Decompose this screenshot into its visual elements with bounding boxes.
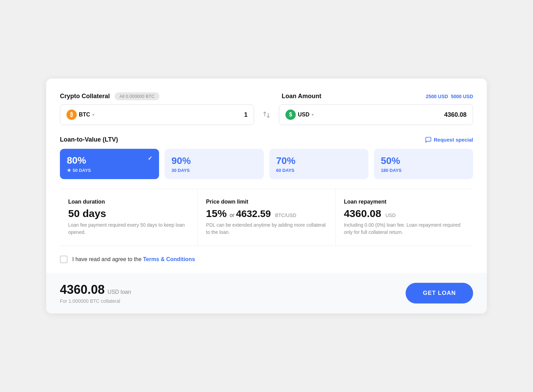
ltv-options: 80% ✓ ★ 50 DAYS 90% 30 DAYS 70% 60 D <box>60 149 473 179</box>
loan-summary: 4360.08 USD loan For 1.000000 BTC collat… <box>60 282 131 304</box>
terms-link[interactable]: Terms & Conditions <box>143 256 195 262</box>
ltv-section: Loan-to-Value (LTV) Request special 80% … <box>60 136 473 179</box>
request-special-link[interactable]: Request special <box>425 136 473 143</box>
repayment-value: 4360.08 USD <box>344 208 465 219</box>
ltv-title: Loan-to-Value (LTV) <box>60 136 118 143</box>
duration-title: Loan duration <box>68 199 189 205</box>
bottom-bar: 4360.08 USD loan For 1.000000 BTC collat… <box>46 273 487 313</box>
loan-value[interactable]: 4360.08 <box>444 111 467 118</box>
collateral-label: Crypto Collateral <box>60 93 110 100</box>
pdl-title: Price down limit <box>206 199 327 205</box>
all-badge: All 0.000000 BTC <box>115 92 159 100</box>
info-card-pdl: Price down limit 15% or 4632.59 BTC/USD … <box>198 189 335 246</box>
repayment-desc: Including 0.00 (0%) loan fee. Loan repay… <box>344 221 465 236</box>
quick-btn-2500[interactable]: 2500 USD <box>426 94 448 99</box>
btc-chevron-icon: ▾ <box>92 112 94 117</box>
ltv-option-70[interactable]: 70% 60 DAYS <box>269 149 368 179</box>
usd-icon: $ <box>285 110 296 120</box>
pdl-value: 15% or 4632.59 BTC/USD <box>206 208 327 219</box>
duration-desc: Loan fee payment required every 50 days … <box>68 221 189 236</box>
swap-icon[interactable] <box>260 104 273 125</box>
ltv-days-50: 180 DAYS <box>381 168 466 173</box>
ltv-days-70: 60 DAYS <box>276 168 362 173</box>
ltv-option-90[interactable]: 90% 30 DAYS <box>165 149 264 179</box>
star-icon: ★ <box>67 167 71 173</box>
btc-currency-name: BTC <box>79 112 90 118</box>
terms-text: I have read and agree to the Terms & Con… <box>72 256 195 262</box>
terms-row: I have read and agree to the Terms & Con… <box>60 256 473 263</box>
ltv-option-80[interactable]: 80% ✓ ★ 50 DAYS <box>60 149 159 179</box>
inputs-row: ₿ BTC ▾ 1 $ USD <box>60 104 473 125</box>
usd-currency-name: USD <box>298 112 310 118</box>
collateral-value[interactable]: 1 <box>244 111 248 118</box>
btc-currency-selector[interactable]: ₿ BTC ▾ <box>66 110 94 120</box>
pdl-desc: PDL can be extended anytime by adding mo… <box>206 221 327 236</box>
ltv-days-90: 30 DAYS <box>171 168 257 173</box>
usd-chevron-icon: ▾ <box>312 112 314 117</box>
get-loan-button[interactable]: GET LOAN <box>406 283 473 303</box>
loan-amount-number: 4360.08 <box>60 282 105 297</box>
loan-collateral-desc: For 1.000000 BTC collateral <box>60 298 131 304</box>
ltv-days-80: ★ 50 DAYS <box>67 167 152 173</box>
info-cards: Loan duration 50 days Loan fee payment r… <box>60 189 473 246</box>
quick-btns: 2500 USD 5000 USD <box>426 94 473 99</box>
duration-value: 50 days <box>68 208 189 219</box>
info-card-duration: Loan duration 50 days Loan fee payment r… <box>60 189 198 246</box>
ltv-check-icon: ✓ <box>148 155 152 162</box>
terms-checkbox[interactable] <box>60 256 67 263</box>
info-card-repayment: Loan repayment 4360.08 USD Including 0.0… <box>336 189 473 246</box>
ltv-header: Loan-to-Value (LTV) Request special <box>60 136 473 143</box>
loan-amount-display: 4360.08 USD loan <box>60 282 131 297</box>
chat-icon <box>425 136 432 143</box>
ltv-percent-50: 50% <box>381 155 466 166</box>
loan-label: Loan Amount <box>282 93 321 100</box>
usd-currency-selector[interactable]: $ USD ▾ <box>285 110 314 120</box>
quick-btn-5000[interactable]: 5000 USD <box>451 94 473 99</box>
btc-input-field[interactable]: ₿ BTC ▾ 1 <box>60 104 254 125</box>
ltv-percent-70: 70% <box>276 155 362 166</box>
btc-icon: ₿ <box>66 110 77 120</box>
collateral-input-box: ₿ BTC ▾ 1 <box>60 104 254 125</box>
loan-card: Crypto Collateral All 0.000000 BTC Loan … <box>46 79 487 313</box>
ltv-percent-80: 80% <box>67 155 86 166</box>
repayment-title: Loan repayment <box>344 199 465 205</box>
ltv-percent-90: 90% <box>171 155 257 166</box>
ltv-option-50[interactable]: 50% 180 DAYS <box>374 149 473 179</box>
loan-input-box: $ USD ▾ 4360.08 <box>279 104 473 125</box>
usd-input-field[interactable]: $ USD ▾ 4360.08 <box>279 104 473 125</box>
loan-amount-unit: USD loan <box>107 289 131 295</box>
